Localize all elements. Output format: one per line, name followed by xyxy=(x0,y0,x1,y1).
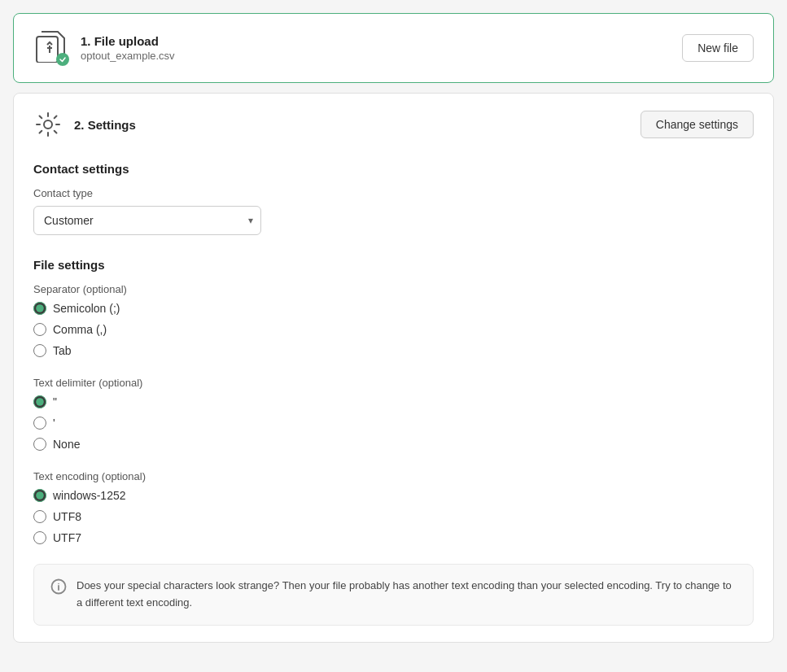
delimiter-dquote-input[interactable] xyxy=(33,395,46,408)
settings-card: 2. Settings Change settings Contact sett… xyxy=(13,93,774,643)
svg-rect-0 xyxy=(37,37,58,63)
encoding-utf7-input[interactable] xyxy=(33,531,46,544)
delimiter-squote-label: ' xyxy=(53,417,55,430)
encoding-utf8[interactable]: UTF8 xyxy=(33,510,754,523)
file-name: optout_example.csv xyxy=(81,50,175,62)
contact-type-label: Contact type xyxy=(33,187,754,199)
separator-comma[interactable]: Comma (,) xyxy=(33,323,754,336)
separator-semicolon-label: Semicolon (;) xyxy=(53,302,120,315)
separator-radio-group: Semicolon (;) Comma (,) Tab xyxy=(33,302,754,357)
delimiter-squote-input[interactable] xyxy=(33,417,46,430)
separator-label: Separator (optional) xyxy=(33,283,754,295)
delimiter-none-input[interactable] xyxy=(33,438,46,451)
delimiter-squote[interactable]: ' xyxy=(33,417,754,430)
svg-point-3 xyxy=(58,583,59,585)
encoding-windows1252[interactable]: windows-1252 xyxy=(33,489,754,502)
file-upload-card: 1. File upload optout_example.csv New fi… xyxy=(13,13,774,83)
file-upload-step-label: 1. File upload xyxy=(81,34,175,48)
file-info: 1. File upload optout_example.csv xyxy=(81,34,175,62)
delimiter-dquote-label: " xyxy=(53,395,57,408)
separator-comma-input[interactable] xyxy=(33,323,46,336)
text-encoding-label: Text encoding (optional) xyxy=(33,470,754,482)
contact-settings-title: Contact settings xyxy=(33,162,754,176)
encoding-utf8-input[interactable] xyxy=(33,510,46,523)
encoding-utf7-label: UTF7 xyxy=(53,531,81,544)
new-file-button[interactable]: New file xyxy=(682,34,754,62)
delimiter-none-label: None xyxy=(53,438,80,451)
settings-step-label: 2. Settings xyxy=(74,118,136,132)
contact-type-wrapper: Customer Lead Other ▾ xyxy=(33,206,261,235)
change-settings-button[interactable]: Change settings xyxy=(641,111,754,138)
text-delimiter-radio-group: " ' None xyxy=(33,395,754,451)
file-settings-title: File settings xyxy=(33,258,754,272)
info-box: Does your special characters look strang… xyxy=(33,564,754,626)
separator-semicolon-input[interactable] xyxy=(33,302,46,315)
separator-tab-input[interactable] xyxy=(33,344,46,357)
delimiter-none[interactable]: None xyxy=(33,438,754,451)
encoding-windows1252-input[interactable] xyxy=(33,489,46,502)
encoding-utf8-label: UTF8 xyxy=(53,510,81,523)
gear-icon xyxy=(33,110,63,139)
file-settings-section: File settings Separator (optional) Semic… xyxy=(33,258,754,544)
encoding-windows1252-label: windows-1252 xyxy=(53,489,126,502)
separator-comma-label: Comma (,) xyxy=(53,323,107,336)
info-text: Does your special characters look strang… xyxy=(77,578,737,612)
upload-icon-wrap xyxy=(33,30,69,66)
separator-semicolon[interactable]: Semicolon (;) xyxy=(33,302,754,315)
delimiter-dquote[interactable]: " xyxy=(33,395,754,408)
text-encoding-radio-group: windows-1252 UTF8 UTF7 xyxy=(33,489,754,544)
contact-settings-section: Contact settings Contact type Customer L… xyxy=(33,162,754,235)
text-delimiter-label: Text delimiter (optional) xyxy=(33,377,754,389)
info-icon xyxy=(50,578,67,595)
encoding-utf7[interactable]: UTF7 xyxy=(33,531,754,544)
separator-tab-label: Tab xyxy=(53,344,72,357)
contact-type-select[interactable]: Customer Lead Other xyxy=(33,206,261,235)
upload-success-badge xyxy=(56,53,69,66)
separator-tab[interactable]: Tab xyxy=(33,344,754,357)
svg-point-1 xyxy=(44,120,52,129)
